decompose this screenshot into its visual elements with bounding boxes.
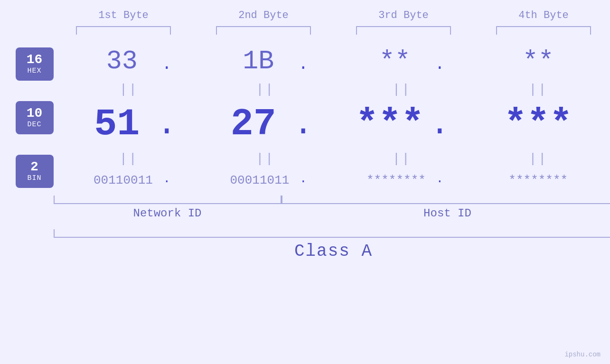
sep-bar-3: || <box>339 82 465 97</box>
hex-cell-1: 33 . <box>66 47 192 76</box>
bin-value-1: 00110011 <box>85 173 161 187</box>
dec-label: DEC <box>27 121 41 129</box>
hex-dot-2: . <box>298 55 308 76</box>
dec-value-1: 51 <box>79 103 155 146</box>
byte-header-3: 3rd Byte <box>339 9 468 21</box>
top-brackets <box>54 26 610 35</box>
dec-dot-3: . <box>430 106 450 146</box>
overall-bracket <box>54 229 610 238</box>
network-bracket <box>54 196 282 204</box>
dec-dot-1: . <box>157 106 177 146</box>
dec-number: 10 <box>27 106 43 121</box>
sep-bar-5: || <box>66 151 192 166</box>
hex-value-4: ** <box>500 47 576 76</box>
byte-header-2: 2nd Byte <box>199 9 328 21</box>
data-rows-area: 33 . 1B . ** . ** || || || <box>61 42 607 193</box>
dec-cell-4: *** <box>475 103 601 146</box>
bracket-4 <box>496 26 591 35</box>
hex-data-row: 33 . 1B . ** . ** <box>61 42 607 81</box>
byte-header-4: 4th Byte <box>479 9 608 21</box>
bin-cell-1: 00110011 . <box>66 172 192 188</box>
host-id-label: Host ID <box>282 207 610 220</box>
bin-cell-4: ******** <box>475 173 601 187</box>
dec-dot-2: . <box>293 106 313 146</box>
sep-bar-8: || <box>475 151 601 166</box>
hex-cell-4: ** <box>475 47 601 76</box>
bin-cell-3: ******** . <box>339 172 465 188</box>
hex-dot-3: . <box>435 55 445 76</box>
sep-bar-6: || <box>202 151 328 166</box>
bin-value-3: ******** <box>358 173 434 187</box>
sep-1: || || || || <box>61 81 607 98</box>
byte-headers-row: 1st Byte 2nd Byte 3rd Byte 4th Byte <box>54 9 610 21</box>
hex-value-1: 33 <box>84 47 160 76</box>
bin-cell-2: 00011011 . <box>202 172 328 188</box>
dec-value-3: *** <box>352 103 428 146</box>
overall-bracket-row <box>54 229 610 238</box>
main-grid: 16 HEX 10 DEC 2 BIN 33 . 1B <box>9 42 607 193</box>
bracket-3 <box>356 26 451 35</box>
bracket-1 <box>76 26 171 35</box>
dec-badge: 10 DEC <box>16 101 54 134</box>
hex-label: HEX <box>27 67 41 75</box>
hex-cell-2: 1B . <box>202 47 328 76</box>
bin-number: 2 <box>30 160 38 175</box>
bracket-2 <box>216 26 311 35</box>
bin-label: BIN <box>27 174 41 182</box>
class-label-row: Class A <box>54 242 610 261</box>
hex-value-3: ** <box>357 47 433 76</box>
id-labels-row: Network ID Host ID <box>54 207 610 220</box>
dec-data-row: 51 . 27 . *** . *** <box>61 98 607 150</box>
hex-value-2: 1B <box>220 47 296 76</box>
dec-cell-2: 27 . <box>202 103 328 146</box>
sep-2: || || || || <box>61 150 607 167</box>
bottom-section: Network ID Host ID <box>54 196 610 220</box>
dec-cell-3: *** . <box>339 103 465 146</box>
hex-dot-1: . <box>162 55 172 76</box>
bin-value-2: 00011011 <box>222 173 298 187</box>
sep-bar-7: || <box>339 151 465 166</box>
hex-cell-3: ** . <box>339 47 465 76</box>
byte-header-1: 1st Byte <box>59 9 188 21</box>
sep-bar-1: || <box>66 82 192 97</box>
bin-value-4: ******** <box>500 173 576 187</box>
bin-dot-3: . <box>436 172 443 188</box>
base-labels-column: 16 HEX 10 DEC 2 BIN <box>9 42 61 193</box>
dec-cell-1: 51 . <box>66 103 192 146</box>
watermark: ipshu.com <box>564 351 601 358</box>
dec-value-4: *** <box>500 103 576 146</box>
bottom-brackets-row <box>54 196 610 204</box>
hex-number: 16 <box>27 53 43 67</box>
class-label: Class A <box>294 242 373 261</box>
bin-badge: 2 BIN <box>16 155 54 188</box>
hex-badge: 16 HEX <box>16 47 54 81</box>
host-bracket <box>282 196 610 204</box>
network-id-label: Network ID <box>54 207 282 220</box>
sep-bar-2: || <box>202 82 328 97</box>
bin-data-row: 00110011 . 00011011 . ******** . *******… <box>61 167 607 193</box>
main-container: 1st Byte 2nd Byte 3rd Byte 4th Byte 16 H… <box>0 0 610 364</box>
bin-dot-1: . <box>163 172 170 188</box>
bin-dot-2: . <box>300 172 307 188</box>
sep-bar-4: || <box>475 82 601 97</box>
dec-value-2: 27 <box>216 103 291 146</box>
